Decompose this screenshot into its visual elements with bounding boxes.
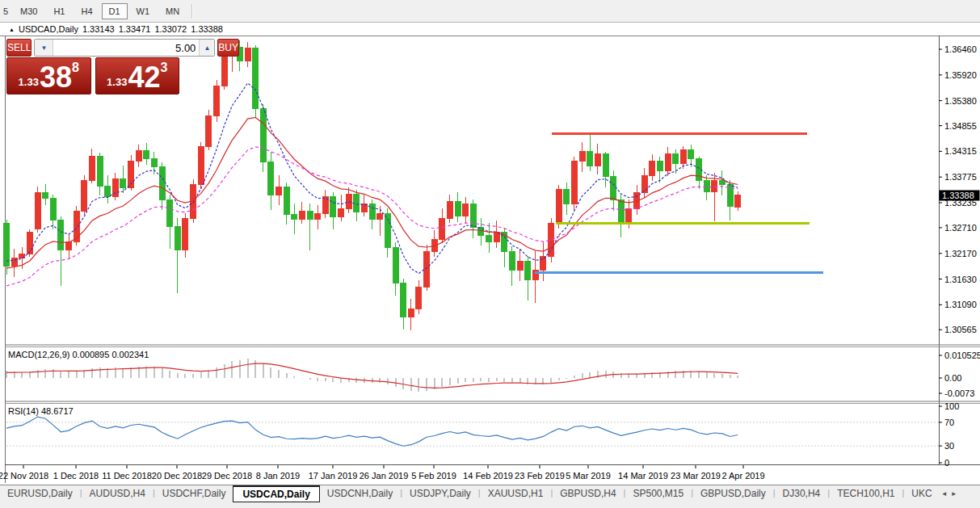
macd-histogram [6, 359, 738, 392]
price-axis-label: 1.30565 [944, 325, 977, 334]
price-axis-label: 1.35920 [944, 70, 977, 80]
price-axis-label: 1.32710 [944, 223, 977, 233]
candle-body [221, 54, 227, 86]
date-axis-label: 5 Feb 2019 [411, 471, 456, 481]
timeframe-button-d1[interactable]: D1 [102, 3, 128, 19]
candle-body [587, 152, 593, 166]
tab-ukc[interactable]: UKC [904, 485, 939, 502]
candle-body [704, 180, 709, 192]
candle-body [611, 176, 616, 199]
sell-price-bigfigure: 1.33 [19, 76, 39, 88]
candle-body [424, 251, 430, 287]
candle-body [579, 152, 585, 162]
macd-indicator-label: MACD(12,26,9) 0.000895 0.002341 [8, 350, 149, 359]
timeframe-button-h1[interactable]: H1 [46, 3, 72, 19]
current-price-label: 1.33388 [942, 191, 974, 200]
chart-title-bar: ▲ USDCAD,Daily 1.33143 1.33471 1.33072 1… [6, 23, 980, 36]
candle-body [307, 211, 313, 219]
candle-body [27, 233, 32, 254]
candle-body [540, 256, 546, 271]
rsi-indicator-label: RSI(14) 48.6717 [8, 406, 74, 416]
price-axis-label: 1.34855 [944, 121, 977, 131]
price-axis-label: 1.33775 [944, 172, 977, 182]
volume-input[interactable] [53, 40, 199, 56]
timeframe-button-5[interactable]: 5 [1, 3, 11, 19]
price-axis-label: 1.31630 [944, 275, 977, 284]
tab-scroll-left-icon[interactable]: ◄ [940, 485, 949, 502]
volume-increase-icon[interactable]: ▲ [199, 40, 214, 56]
tab-usdchf-daily[interactable]: USDCHF,Daily [155, 485, 233, 502]
timeframe-button-h4[interactable]: H4 [74, 3, 99, 19]
candle-body [556, 190, 562, 223]
candle-body [688, 150, 694, 159]
tab-usdjpy-daily[interactable]: USDJPY,Daily [402, 485, 478, 502]
candle-body [144, 150, 149, 158]
candle-body [486, 236, 492, 242]
candle-body [641, 175, 647, 193]
candle-body [712, 180, 717, 192]
sell-price-tile[interactable]: 1.33 38 8 [6, 57, 91, 94]
timeframe-button-m30[interactable]: M30 [13, 3, 44, 19]
candle-body [276, 187, 282, 195]
candle-body [260, 109, 266, 162]
buy-price-tile[interactable]: 1.33 42 3 [95, 57, 180, 94]
candle-body [470, 204, 476, 227]
candle-body [393, 248, 398, 283]
chart-symbol-title: USDCAD,Daily [19, 24, 78, 34]
timeframe-button-mn[interactable]: MN [158, 3, 187, 19]
date-axis-label: 23 Mar 2019 [671, 471, 721, 481]
candle-body [494, 233, 499, 242]
tab-usdcnh-daily[interactable]: USDCNH,Daily [320, 485, 400, 502]
tab-tech100-h1[interactable]: TECH100,H1 [830, 485, 902, 502]
date-axis-label: 8 Jan 2019 [256, 471, 300, 481]
tab-usdcad-daily[interactable]: USDCAD,Daily [233, 485, 319, 502]
candle-body [517, 261, 523, 271]
candle-body [509, 251, 515, 271]
candle-body [175, 226, 180, 250]
candle-body [253, 48, 259, 109]
volume-decrease-icon[interactable]: ▼ [35, 40, 53, 56]
tab-scroll-right-icon[interactable]: ► [949, 485, 959, 502]
buy-button[interactable]: BUY [217, 39, 239, 57]
price-axis: 1.364601.359201.353801.348551.343151.337… [939, 44, 980, 334]
buy-price-bigfigure: 1.33 [107, 76, 127, 88]
candle-body [183, 218, 188, 250]
timeframe-button-w1[interactable]: W1 [129, 3, 158, 19]
candle-body [463, 204, 469, 216]
collapse-chart-icon[interactable]: ▲ [9, 27, 15, 32]
candle-body [315, 213, 321, 219]
tab-eurusd-daily[interactable]: EURUSD,Daily [0, 485, 80, 502]
candle-body [167, 200, 173, 226]
date-axis-label: 29 Dec 2018 [202, 471, 252, 481]
tab-gbpusd-daily[interactable]: GBPUSD,Daily [693, 485, 773, 502]
candle-body [564, 190, 570, 204]
date-axis-label: 2 Apr 2019 [721, 471, 764, 481]
date-axis-label: 20 Dec 2018 [152, 471, 202, 481]
candle-body [650, 161, 655, 175]
ohlc-low: 1.33072 [154, 24, 187, 34]
volume-spinner: ▼ ▲ [34, 39, 215, 57]
candle-body [595, 154, 600, 166]
candle-body [268, 162, 274, 195]
timeframe-toolbar: 5M30H1H4D1W1MN [0, 0, 980, 23]
tab-gbpusd-h4[interactable]: GBPUSD,H4 [553, 485, 623, 502]
date-axis-label: 22 Nov 2018 [0, 471, 48, 481]
candle-body [665, 154, 671, 171]
candle-body [159, 167, 165, 200]
candle-body [4, 224, 10, 267]
tab-xauusd-h1[interactable]: XAUUSD,H1 [481, 485, 551, 502]
tab-sp500-m15[interactable]: SP500,M15 [625, 485, 691, 502]
candle-body [136, 150, 141, 161]
rsi-axis: 10070300 [939, 401, 959, 468]
macd-axis-label: -0.0073 [944, 388, 974, 398]
candle-body [50, 198, 56, 220]
trading-platform-window: 5M30H1H4D1W1MN ▲ USDCAD,Daily 1.33143 1.… [0, 0, 980, 508]
date-axis-label: 1 Dec 2018 [53, 471, 99, 481]
tab-audusd-h4[interactable]: AUDUSD,H4 [82, 485, 153, 502]
sell-button[interactable]: SELL [6, 39, 32, 57]
candle-body [299, 211, 305, 219]
price-axis-label: 1.34315 [944, 146, 977, 156]
rsi-axis-label: 70 [944, 418, 954, 427]
date-axis-label: 14 Feb 2019 [463, 471, 513, 481]
tab-dj30-h4[interactable]: DJ30,H4 [776, 485, 828, 502]
